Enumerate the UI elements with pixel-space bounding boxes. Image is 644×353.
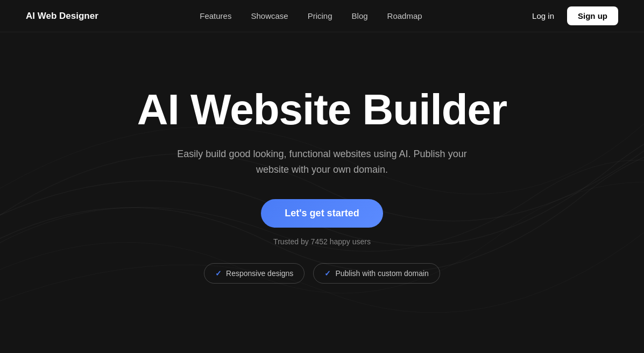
badge-responsive-label: Responsive designs [226,269,293,278]
brand-logo[interactable]: AI Web Designer [26,11,98,22]
badge-responsive[interactable]: ✓ Responsive designs [204,263,305,284]
check-icon-domain: ✓ [324,269,331,278]
navbar: AI Web Designer Features Showcase Pricin… [0,0,644,32]
badge-custom-domain-label: Publish with custom domain [335,269,429,278]
hero-title: AI Website Builder [137,86,507,133]
nav-features[interactable]: Features [200,11,231,20]
nav-roadmap[interactable]: Roadmap [387,11,422,20]
cta-button[interactable]: Let's get started [261,199,383,228]
nav-actions: Log in Sign up [523,6,618,25]
badge-custom-domain[interactable]: ✓ Publish with custom domain [313,263,440,284]
login-button[interactable]: Log in [523,7,563,25]
nav-pricing[interactable]: Pricing [308,11,332,20]
nav-blog[interactable]: Blog [352,11,368,20]
hero-subtitle: Easily build good looking, functional we… [177,146,468,178]
signup-button[interactable]: Sign up [567,6,618,25]
trusted-users-text: Trusted by 7452 happy users [273,237,371,246]
nav-showcase[interactable]: Showcase [251,11,288,20]
hero-section: AI Website Builder Easily build good loo… [0,32,644,284]
feature-badges: ✓ Responsive designs ✓ Publish with cust… [204,263,440,284]
check-icon-responsive: ✓ [215,269,222,278]
nav-links: Features Showcase Pricing Blog Roadmap [200,11,422,21]
